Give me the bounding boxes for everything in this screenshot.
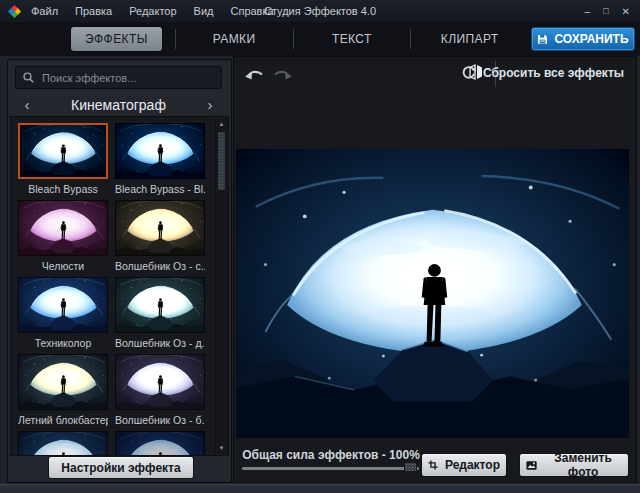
effect-thumbnail[interactable]: [18, 431, 108, 456]
effect-item[interactable]: Bleach Bypass - Bl...: [115, 123, 205, 200]
category-next-button[interactable]: ›: [198, 96, 222, 113]
search-icon: [23, 72, 34, 83]
effect-label: Челюсти: [18, 256, 108, 277]
reset-all-effects-button[interactable]: Сбросить все эффекты: [461, 65, 624, 80]
photo-icon: [526, 460, 537, 471]
tab-clipart[interactable]: КЛИПАРТ: [411, 32, 528, 46]
photo-preview: [236, 149, 629, 438]
slider-handle[interactable]: [404, 462, 417, 472]
save-floppy-icon: [537, 34, 548, 45]
redo-icon[interactable]: [271, 66, 293, 81]
search-input[interactable]: [40, 71, 214, 85]
effect-label: Bleach Bypass: [18, 179, 108, 200]
effect-label: Техниколор: [18, 333, 108, 354]
tab-effects-label: ЭФФЕКТЫ: [71, 27, 162, 51]
reset-all-effects-label: Сбросить все эффекты: [483, 66, 624, 80]
undo-icon[interactable]: [244, 66, 266, 81]
effect-thumbnail[interactable]: [18, 277, 108, 333]
effect-item[interactable]: Летний блокбастер: [18, 354, 108, 431]
effects-sidebar: ‹ Кинематограф › Bleach Bypass Bleach By…: [7, 59, 232, 483]
effect-label: Волшебник Оз - д...: [115, 333, 205, 354]
effect-strength-label: Общая сила эффектов - 100%: [242, 448, 420, 462]
menu-view[interactable]: Вид: [194, 5, 214, 17]
effect-strength-slider[interactable]: [242, 467, 419, 470]
search-box[interactable]: [15, 66, 222, 89]
effects-list: Bleach Bypass Bleach Bypass - Bl... Челю…: [10, 116, 229, 456]
window-bottom-edge: [0, 484, 640, 493]
category-selector: ‹ Кинематограф ›: [15, 94, 222, 115]
effect-thumbnail[interactable]: [18, 200, 108, 256]
editor-button[interactable]: Редактор: [421, 453, 507, 477]
app-logo-icon: [8, 5, 21, 18]
maximize-button[interactable]: □: [603, 6, 608, 16]
reset-refresh-icon: [461, 65, 476, 80]
effects-scrollbar[interactable]: ▲ ▼: [215, 118, 227, 454]
effect-label: Волшебник Оз - с...: [115, 256, 205, 277]
effect-settings-button[interactable]: Настройки эффекта: [48, 456, 194, 479]
editor-button-label: Редактор: [445, 458, 500, 472]
scroll-down-icon[interactable]: ▼: [216, 443, 227, 453]
tab-text[interactable]: ТЕКСТ: [294, 32, 411, 46]
effect-item[interactable]: Волшебник Оз - д...: [115, 277, 205, 354]
menu-help[interactable]: Справка: [230, 5, 273, 17]
tab-frames[interactable]: РАМКИ: [176, 32, 293, 46]
effect-thumbnail[interactable]: [115, 354, 205, 410]
save-button[interactable]: СОХРАНИТЬ: [531, 27, 635, 51]
menu-bar: Файл Правка Редактор Вид Справка: [31, 5, 274, 17]
effect-item[interactable]: [18, 431, 108, 456]
scrollbar-thumb[interactable]: [217, 131, 226, 191]
effect-thumbnail[interactable]: [115, 277, 205, 333]
effect-thumbnail[interactable]: [115, 123, 205, 179]
effect-thumbnail[interactable]: [115, 431, 205, 456]
category-prev-button[interactable]: ‹: [15, 96, 39, 113]
save-button-label: СОХРАНИТЬ: [554, 32, 628, 46]
scroll-up-icon[interactable]: ▲: [216, 119, 227, 129]
tab-bar: ЭФФЕКТЫ РАМКИ ТЕКСТ КЛИПАРТ СОХРАНИТЬ: [0, 22, 640, 56]
effect-item[interactable]: Волшебник Оз - б...: [115, 354, 205, 431]
menu-editor[interactable]: Редактор: [129, 5, 176, 17]
effect-label: Волшебник Оз - б...: [115, 410, 205, 431]
title-bar: Файл Правка Редактор Вид Справка Студия …: [0, 0, 640, 22]
effect-thumbnail[interactable]: [115, 200, 205, 256]
menu-file[interactable]: Файл: [31, 5, 58, 17]
effect-item[interactable]: Bleach Bypass: [18, 123, 108, 200]
effect-item[interactable]: Челюсти: [18, 200, 108, 277]
replace-photo-button[interactable]: Заменить фото: [519, 453, 629, 477]
menu-edit[interactable]: Правка: [75, 5, 112, 17]
effect-thumbnail-selected[interactable]: [18, 123, 108, 179]
effect-item[interactable]: Техниколор: [18, 277, 108, 354]
cave-photo: [236, 149, 629, 438]
effect-label: Летний блокбастер: [18, 410, 108, 431]
effect-thumbnail[interactable]: [18, 354, 108, 410]
tab-effects[interactable]: ЭФФЕКТЫ: [58, 27, 175, 51]
close-button[interactable]: ✕: [622, 6, 630, 17]
effect-item[interactable]: Волшебник Оз - с...: [115, 200, 205, 277]
minimize-button[interactable]: –: [585, 6, 591, 17]
replace-photo-button-label: Заменить фото: [544, 451, 622, 479]
main-canvas-area: Сбросить все эффекты Общая сила эффектов…: [233, 56, 637, 485]
crop-icon: [428, 459, 438, 471]
effect-label: Bleach Bypass - Bl...: [115, 179, 205, 200]
category-name: Кинематограф: [39, 97, 198, 113]
effect-item[interactable]: [115, 431, 205, 456]
